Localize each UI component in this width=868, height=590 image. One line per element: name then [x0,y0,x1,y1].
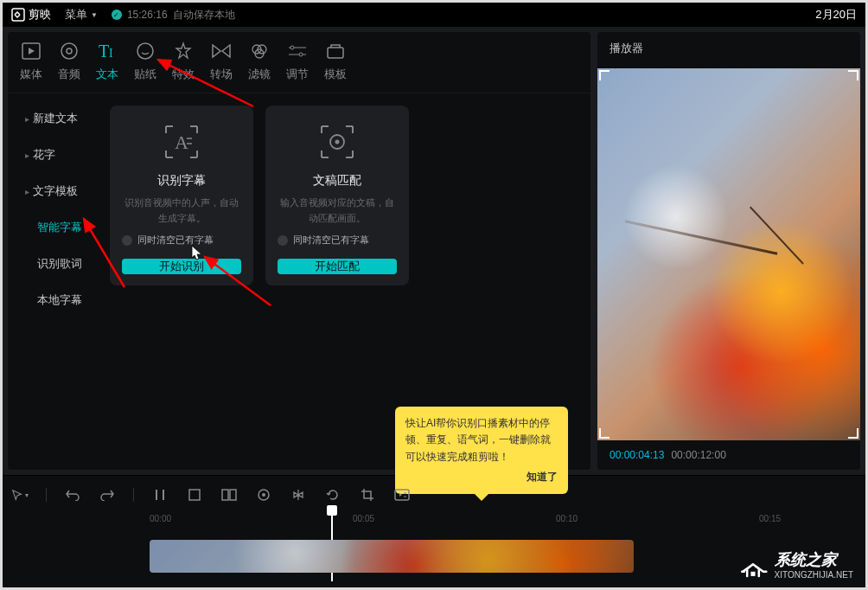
watermark-url: XITONGZHIJIA.NET [775,570,854,580]
transition-icon [211,41,232,61]
pointer-tool-icon[interactable]: ▾ [11,486,29,503]
watermark-title: 系统之家 [775,551,854,570]
card-recognize-subtitle: A 识别字幕 识别音视频中的人声，自动生成字幕。 同时清空已有字幕 开始识别 [110,106,253,285]
watermark: 系统之家 XITONGZHIJIA.NET [738,551,854,580]
svg-text:I: I [109,47,113,60]
card-description: 识别音视频中的人声，自动生成字幕。 [122,196,241,225]
preview-header: 播放器 [597,32,860,65]
chevron-right-icon: ▸ [25,187,29,196]
text-icon: TI [97,41,118,61]
svg-rect-26 [230,490,236,500]
tab-sticker[interactable]: 贴纸 [134,41,156,82]
video-clip[interactable] [150,540,634,573]
audio-icon [59,41,80,61]
current-time: 00:00:04:13 [610,449,664,461]
template-icon [325,41,346,61]
mirror-icon[interactable] [290,486,307,503]
autosave-status: 15:26:16 自动保存本地 [112,8,235,22]
sidebar-item-new-text[interactable]: ▸ 新建文本 [13,102,96,135]
svg-rect-24 [189,490,200,500]
smart-cut-icon[interactable] [393,486,411,503]
category-tabs: 媒体 音频 TI 文本 贴纸 特效 转场 [8,32,590,93]
filter-icon [249,41,270,61]
app-logo: 剪映 [11,7,51,22]
preview-image [597,68,860,440]
adjust-icon [287,41,308,61]
timeline-tracks[interactable] [11,535,857,578]
tab-effect[interactable]: 特效 [172,41,195,82]
menu-dropdown[interactable]: 菜单 ▼ [65,7,98,22]
card-description: 输入音视频对应的文稿，自动匹配画面。 [278,196,397,225]
watermark-logo-icon [738,551,768,580]
title-bar: 剪映 菜单 ▼ 15:26:16 自动保存本地 2月20日 [3,3,865,27]
clear-existing-checkbox[interactable]: 同时清空已有字幕 [122,234,214,247]
svg-rect-25 [222,490,228,500]
svg-text:T: T [99,42,109,61]
project-title[interactable]: 2月20日 [815,7,857,22]
redo-icon[interactable] [99,486,116,503]
card-script-match: 文稿匹配 输入音视频对应的文稿，自动匹配画面。 同时清空已有字幕 开始匹配 [265,106,409,285]
checkbox-icon [278,235,288,246]
tab-transition[interactable]: 转场 [210,41,233,82]
svg-text:A: A [175,131,188,153]
sidebar-item-smart-subtitle[interactable]: 智能字幕 [13,211,96,244]
script-match-icon [316,123,359,161]
sidebar-item-lyrics[interactable]: 识别歌词 [13,247,96,280]
svg-point-28 [262,493,265,497]
svg-point-13 [299,53,303,56]
ai-tip-tooltip: 快让AI帮你识别口播素材中的停顿、重复、语气词，一键删除就可以快速完成粗剪啦！ … [395,407,568,494]
sidebar-item-text-template[interactable]: ▸ 文字模板 [13,175,96,208]
tab-adjust[interactable]: 调节 [286,41,309,82]
preview-timecode: 00:00:04:13 00:00:12:00 [597,440,860,470]
chevron-right-icon: ▸ [25,114,29,124]
split-icon[interactable] [151,486,169,503]
svg-point-6 [137,43,153,59]
tooltip-dismiss-button[interactable]: 知道了 [405,469,558,485]
svg-rect-35 [750,572,755,576]
timeline-ruler[interactable]: 00:00 00:05 00:10 00:15 [11,514,857,535]
svg-point-21 [335,140,340,144]
total-time: 00:00:12:00 [671,449,725,461]
svg-rect-16 [328,48,343,58]
chevron-down-icon: ▼ [91,11,98,19]
checkbox-icon [122,235,132,246]
asset-panel: 媒体 音频 TI 文本 贴纸 特效 转场 [8,32,590,470]
tab-media[interactable]: 媒体 [20,41,42,82]
tab-template[interactable]: 模板 [324,41,347,82]
sidebar-item-fancy-text[interactable]: ▸ 花字 [13,138,96,171]
tooltip-text: 快让AI帮你识别口播素材中的停顿、重复、语气词，一键删除就可以快速完成粗剪啦！ [405,415,558,465]
sticker-icon [135,41,156,61]
ruler-mark: 00:15 [759,514,781,523]
svg-point-3 [67,48,72,54]
start-recognize-button[interactable]: 开始识别 [122,259,241,274]
svg-point-10 [290,46,294,49]
card-title: 文稿匹配 [313,173,361,189]
start-match-button[interactable]: 开始匹配 [278,259,397,274]
svg-point-2 [61,43,77,59]
preview-panel: 播放器 00:00:04:13 00:00:12:00 [597,32,860,470]
sidebar-item-local-subtitle[interactable]: 本地字幕 [13,284,96,317]
undo-icon[interactable] [64,486,81,503]
ruler-mark: 00:05 [353,514,374,523]
ruler-mark: 00:00 [150,514,171,523]
rotate-icon[interactable] [324,486,341,503]
svg-rect-0 [12,9,24,21]
effect-icon [173,41,194,61]
app-name: 剪映 [29,7,51,22]
subtitle-recognize-icon: A [160,123,203,161]
ruler-mark: 00:10 [556,514,578,523]
card-title: 识别字幕 [157,173,206,189]
freeze-icon[interactable] [255,486,272,503]
delete-right-icon[interactable] [220,486,238,503]
tab-filter[interactable]: 滤镜 [248,41,271,82]
media-icon [21,41,41,61]
delete-left-icon[interactable] [186,486,203,503]
preview-canvas[interactable] [597,68,860,440]
subtitle-options: A 识别字幕 识别音视频中的人声，自动生成字幕。 同时清空已有字幕 开始识别 文 [101,93,590,470]
clear-existing-checkbox[interactable]: 同时清空已有字幕 [278,234,369,247]
text-sidebar: ▸ 新建文本 ▸ 花字 ▸ 文字模板 智能字幕 识别歌词 [8,93,101,470]
tab-text[interactable]: TI 文本 [96,41,118,82]
check-icon [112,10,122,20]
tab-audio[interactable]: 音频 [58,41,80,82]
crop-icon[interactable] [359,486,376,503]
